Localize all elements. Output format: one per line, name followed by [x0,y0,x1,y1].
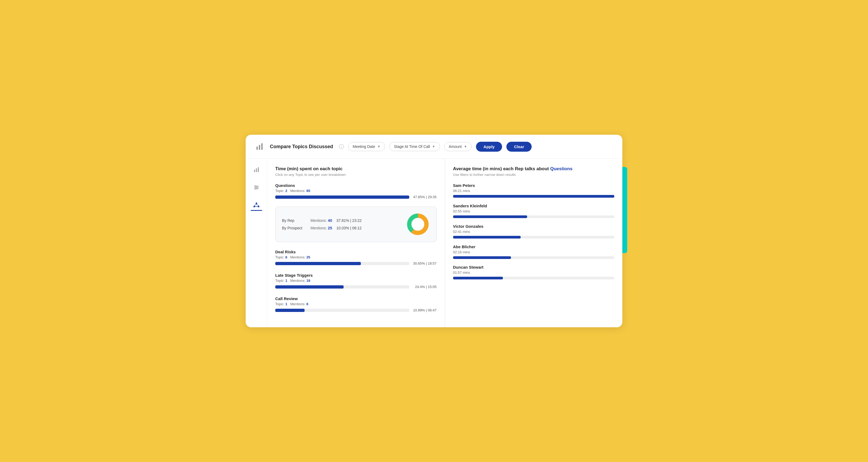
sidebar [246,159,267,327]
bar-label-call-review: 10.99% | 06:47 [412,308,437,312]
main-content: Time (min) spent on each topic Click on … [246,159,622,327]
breakdown-rows: By Rep Mentions: 40 37.81% | 23:22 By Pr… [282,218,400,230]
rep-name-victor-gonzales: Victor Gonzales [453,224,615,229]
bar-questions: 47.85% | 29:35 [275,195,437,199]
breakdown-label-rep: By Rep [282,218,306,223]
right-panel-title: Average time (in mins) each Rep talks ab… [453,166,615,172]
svg-rect-1 [259,145,260,150]
amount-filter[interactable]: Amount ▼ [444,142,472,151]
rep-row-abe-blicher: Abe Blicher 02:16 mins [453,244,615,259]
main-card: Compare Topics Discussed i Meeting Date … [246,135,622,327]
rep-time-sanders-kleinfeld: 02:55 mins [453,209,615,213]
rep-bar-track-abe-blicher [453,256,615,259]
topic-name-deal-risks: Deal Risks [275,250,437,254]
left-panel: Time (min) spent on each topic Click on … [267,159,445,327]
svg-rect-5 [258,167,259,172]
topic-row-questions[interactable]: Questions Topic: 2 Mentions: 65 47.85% |… [275,183,437,199]
breakdown-row-rep: By Rep Mentions: 40 37.81% | 23:22 [282,218,400,223]
rep-bar-track-victor-gonzales [453,236,615,238]
topic-row-late-stage[interactable]: Late Stage Triggers Topic: 1 Mentions: 1… [275,273,437,289]
bar-track-late-stage [275,285,409,289]
topic-link[interactable]: Questions [550,166,572,171]
right-panel: Average time (in mins) each Rep talks ab… [445,159,623,327]
left-panel-title: Time (min) spent on each topic [275,166,437,172]
topic-row-call-review[interactable]: Call Review Topic: 1 Mentions: 6 10.99% … [275,296,437,312]
stage-at-time-filter[interactable]: Stage At Time Of Call ▼ [389,142,440,151]
meeting-date-filter[interactable]: Meeting Date ▼ [348,142,385,151]
right-panel-subtitle: Use filters to further narrow down resul… [453,173,615,177]
topic-meta-call-review: Topic: 1 Mentions: 6 [275,302,437,306]
page-wrapper: Compare Topics Discussed i Meeting Date … [246,135,622,327]
breakdown-mentions-prospect: Mentions: 25 [310,226,332,230]
bar-fill-call-review [275,309,305,312]
rep-bar-fill-sanders-kleinfeld [453,216,527,218]
rep-bar-fill-sam-peters [453,195,615,198]
bar-label-deal-risks: 30.65% | 18:57 [412,261,437,265]
topic-name-late-stage: Late Stage Triggers [275,273,437,277]
topic-name-questions: Questions [275,183,437,188]
rep-bar-fill-duncan-stewart [453,277,503,279]
topic-meta-late-stage: Topic: 1 Mentions: 19 [275,278,437,283]
header: Compare Topics Discussed i Meeting Date … [246,135,622,159]
donut-chart [406,212,430,236]
bar-fill-late-stage [275,285,344,289]
breakdown-stat-rep: 37.81% | 23:22 [336,218,366,223]
svg-point-9 [255,186,256,187]
svg-line-16 [256,204,258,206]
info-icon[interactable]: i [339,144,344,149]
topic-meta-questions: Topic: 2 Mentions: 65 [275,189,437,193]
logo-icon [254,141,266,153]
sidebar-icon-filters[interactable] [251,182,262,193]
bar-track-call-review [275,309,409,312]
rep-bar-track-duncan-stewart [453,277,615,279]
sidebar-icon-bar-chart[interactable] [251,164,262,175]
sidebar-icon-network[interactable] [251,200,262,211]
bar-track-questions [275,196,409,199]
rep-row-duncan-stewart: Duncan Stewart 01:57 mins [453,265,615,279]
bar-track-deal-risks [275,262,409,265]
svg-point-12 [256,202,257,204]
clear-button[interactable]: Clear [506,142,532,152]
rep-name-sanders-kleinfeld: Sanders Kleinfeld [453,204,615,208]
bar-fill-deal-risks [275,262,361,265]
rep-bar-fill-abe-blicher [453,256,511,259]
bar-fill-questions [275,196,409,199]
breakdown-stat-prospect: 10.03% | 06:12 [336,226,366,230]
breakdown-label-prospect: By Prospect [282,226,306,230]
svg-rect-2 [261,143,262,150]
bar-late-stage: 24.4% | 15:05 [275,285,437,289]
svg-point-10 [256,187,258,188]
rep-row-sanders-kleinfeld: Sanders Kleinfeld 02:55 mins [453,204,615,218]
breakdown-row-prospect: By Prospect Mentions: 25 10.03% | 06:12 [282,226,400,230]
svg-rect-3 [254,170,255,172]
page-title: Compare Topics Discussed [270,144,333,150]
rep-name-sam-peters: Sam Peters [453,183,615,188]
rep-bar-track-sam-peters [453,195,615,198]
breakdown-box: By Rep Mentions: 40 37.81% | 23:22 By Pr… [275,206,437,242]
rep-row-victor-gonzales: Victor Gonzales 02:41 mins [453,224,615,238]
rep-time-victor-gonzales: 02:41 mins [453,230,615,234]
svg-line-15 [254,204,256,206]
topic-row-deal-risks[interactable]: Deal Risks Topic: 6 Mentions: 25 30.65% … [275,250,437,265]
bar-deal-risks: 30.65% | 18:57 [275,261,437,265]
bar-call-review: 10.99% | 06:47 [275,308,437,312]
chevron-down-icon: ▼ [377,145,380,148]
rep-name-abe-blicher: Abe Blicher [453,244,615,249]
bar-label-questions: 47.85% | 29:35 [412,195,437,199]
chevron-down-icon: ▼ [432,145,435,148]
svg-point-21 [412,218,424,230]
svg-point-11 [255,188,256,190]
rep-time-abe-blicher: 02:16 mins [453,250,615,254]
bar-label-late-stage: 24.4% | 15:05 [412,285,437,289]
rep-name-duncan-stewart: Duncan Stewart [453,265,615,269]
rep-bar-track-sanders-kleinfeld [453,216,615,218]
rep-time-sam-peters: 06:21 mins [453,189,615,193]
svg-rect-4 [256,168,257,172]
topic-name-call-review: Call Review [275,296,437,301]
apply-button[interactable]: Apply [476,142,502,152]
chevron-down-icon: ▼ [464,145,467,148]
left-panel-subtitle: Click on any Topic to see per user break… [275,173,437,177]
rep-bar-fill-victor-gonzales [453,236,521,238]
rep-row-sam-peters: Sam Peters 06:21 mins [453,183,615,198]
rep-time-duncan-stewart: 01:57 mins [453,270,615,274]
